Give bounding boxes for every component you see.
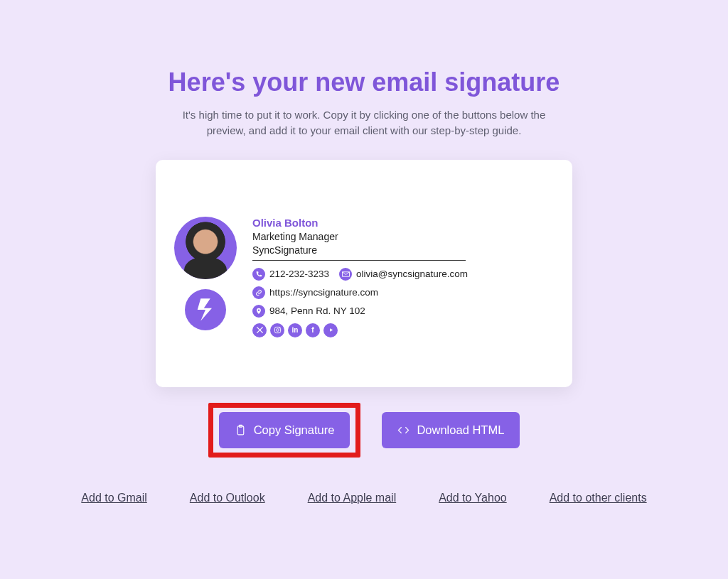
add-to-apple-link[interactable]: Add to Apple mail xyxy=(308,492,397,504)
signature-website: https://syncsignature.com xyxy=(269,287,378,298)
signature-company: SyncSignature xyxy=(252,244,554,256)
phone-icon xyxy=(252,268,265,281)
company-logo-icon xyxy=(185,289,226,330)
social-icons: in f xyxy=(252,323,554,337)
copy-signature-label: Copy Signature xyxy=(254,423,335,437)
svg-point-2 xyxy=(279,328,279,328)
divider xyxy=(252,260,466,261)
client-links: Add to Gmail Add to Outlook Add to Apple… xyxy=(81,492,646,504)
facebook-icon[interactable]: f xyxy=(306,323,320,337)
code-icon xyxy=(397,424,410,436)
copy-signature-button[interactable]: Copy Signature xyxy=(219,412,350,448)
signature-preview-card: Olivia Bolton Marketing Manager SyncSign… xyxy=(156,160,572,387)
download-html-button[interactable]: Download HTML xyxy=(382,412,520,448)
email-icon xyxy=(339,268,352,281)
avatar xyxy=(174,217,237,279)
signature-job-title: Marketing Manager xyxy=(252,231,554,242)
add-to-outlook-link[interactable]: Add to Outlook xyxy=(190,492,265,504)
add-to-yahoo-link[interactable]: Add to Yahoo xyxy=(439,492,507,504)
signature: Olivia Bolton Marketing Manager SyncSign… xyxy=(174,217,554,337)
page-subtitle: It's high time to put it to work. Copy i… xyxy=(165,107,563,139)
download-html-label: Download HTML xyxy=(417,423,504,437)
link-icon xyxy=(252,286,265,299)
location-icon xyxy=(252,305,265,318)
youtube-icon[interactable] xyxy=(323,323,338,337)
signature-phone: 212-232-3233 xyxy=(269,269,329,279)
page-title: Here's your new email signature xyxy=(168,67,560,97)
instagram-icon[interactable] xyxy=(270,323,284,337)
signature-name: Olivia Bolton xyxy=(252,217,554,229)
linkedin-icon[interactable]: in xyxy=(288,323,302,337)
svg-point-1 xyxy=(276,329,279,332)
signature-address: 984, Penn Rd. NY 102 xyxy=(269,305,365,316)
action-buttons: Copy Signature Download HTML xyxy=(208,403,520,458)
add-to-other-link[interactable]: Add to other clients xyxy=(550,492,647,504)
signature-email: olivia@syncsignature.com xyxy=(356,269,468,279)
add-to-gmail-link[interactable]: Add to Gmail xyxy=(81,492,146,504)
x-icon[interactable] xyxy=(252,323,267,337)
annotation-highlight: Copy Signature xyxy=(208,403,361,458)
clipboard-icon xyxy=(235,424,247,436)
